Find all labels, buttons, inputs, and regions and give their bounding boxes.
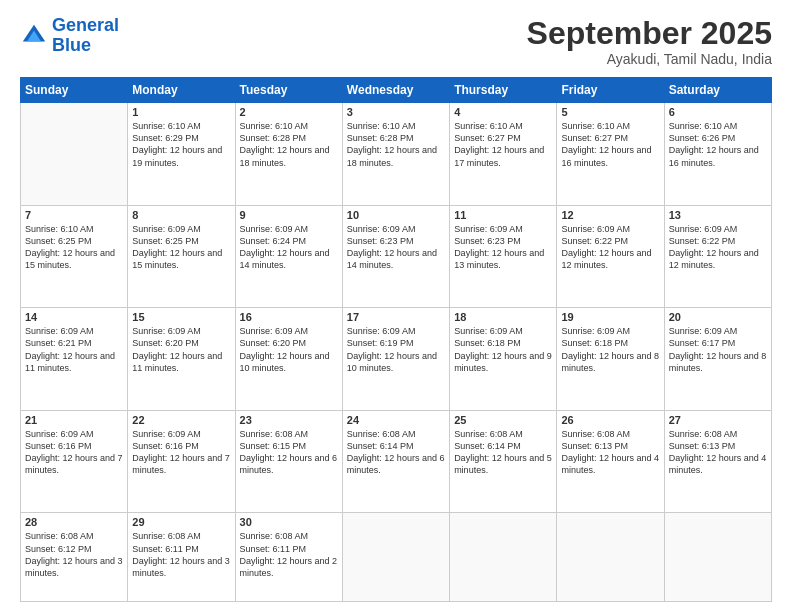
table-row: 13 Sunrise: 6:09 AMSunset: 6:22 PMDaylig… xyxy=(664,205,771,308)
table-row: 30 Sunrise: 6:08 AMSunset: 6:11 PMDaylig… xyxy=(235,513,342,602)
table-row: 28 Sunrise: 6:08 AMSunset: 6:12 PMDaylig… xyxy=(21,513,128,602)
day-number: 2 xyxy=(240,106,338,118)
table-row: 21 Sunrise: 6:09 AMSunset: 6:16 PMDaylig… xyxy=(21,410,128,513)
day-number: 8 xyxy=(132,209,230,221)
day-info: Sunrise: 6:10 AMSunset: 6:29 PMDaylight:… xyxy=(132,120,230,169)
title-block: September 2025 Ayakudi, Tamil Nadu, Indi… xyxy=(527,16,772,67)
logo-line1: General xyxy=(52,15,119,35)
day-number: 23 xyxy=(240,414,338,426)
day-info: Sunrise: 6:08 AMSunset: 6:14 PMDaylight:… xyxy=(347,428,445,477)
day-info: Sunrise: 6:09 AMSunset: 6:24 PMDaylight:… xyxy=(240,223,338,272)
table-row xyxy=(450,513,557,602)
table-row: 18 Sunrise: 6:09 AMSunset: 6:18 PMDaylig… xyxy=(450,308,557,411)
day-info: Sunrise: 6:08 AMSunset: 6:14 PMDaylight:… xyxy=(454,428,552,477)
table-row: 11 Sunrise: 6:09 AMSunset: 6:23 PMDaylig… xyxy=(450,205,557,308)
table-row: 20 Sunrise: 6:09 AMSunset: 6:17 PMDaylig… xyxy=(664,308,771,411)
table-row: 14 Sunrise: 6:09 AMSunset: 6:21 PMDaylig… xyxy=(21,308,128,411)
table-row: 1 Sunrise: 6:10 AMSunset: 6:29 PMDayligh… xyxy=(128,103,235,206)
table-row: 3 Sunrise: 6:10 AMSunset: 6:28 PMDayligh… xyxy=(342,103,449,206)
col-monday: Monday xyxy=(128,78,235,103)
day-info: Sunrise: 6:09 AMSunset: 6:22 PMDaylight:… xyxy=(561,223,659,272)
day-info: Sunrise: 6:10 AMSunset: 6:25 PMDaylight:… xyxy=(25,223,123,272)
day-info: Sunrise: 6:09 AMSunset: 6:22 PMDaylight:… xyxy=(669,223,767,272)
day-number: 19 xyxy=(561,311,659,323)
table-row: 25 Sunrise: 6:08 AMSunset: 6:14 PMDaylig… xyxy=(450,410,557,513)
day-number: 29 xyxy=(132,516,230,528)
logo: General Blue xyxy=(20,16,119,56)
calendar-header-row: Sunday Monday Tuesday Wednesday Thursday… xyxy=(21,78,772,103)
table-row xyxy=(21,103,128,206)
day-info: Sunrise: 6:09 AMSunset: 6:19 PMDaylight:… xyxy=(347,325,445,374)
logo-line2: Blue xyxy=(52,35,91,55)
day-info: Sunrise: 6:09 AMSunset: 6:20 PMDaylight:… xyxy=(240,325,338,374)
day-info: Sunrise: 6:10 AMSunset: 6:28 PMDaylight:… xyxy=(347,120,445,169)
day-info: Sunrise: 6:09 AMSunset: 6:16 PMDaylight:… xyxy=(25,428,123,477)
day-info: Sunrise: 6:09 AMSunset: 6:25 PMDaylight:… xyxy=(132,223,230,272)
day-number: 25 xyxy=(454,414,552,426)
day-number: 11 xyxy=(454,209,552,221)
day-number: 18 xyxy=(454,311,552,323)
day-number: 24 xyxy=(347,414,445,426)
day-info: Sunrise: 6:09 AMSunset: 6:20 PMDaylight:… xyxy=(132,325,230,374)
day-info: Sunrise: 6:08 AMSunset: 6:15 PMDaylight:… xyxy=(240,428,338,477)
day-number: 5 xyxy=(561,106,659,118)
day-number: 1 xyxy=(132,106,230,118)
day-info: Sunrise: 6:10 AMSunset: 6:27 PMDaylight:… xyxy=(561,120,659,169)
day-number: 9 xyxy=(240,209,338,221)
day-number: 17 xyxy=(347,311,445,323)
day-number: 10 xyxy=(347,209,445,221)
location: Ayakudi, Tamil Nadu, India xyxy=(527,51,772,67)
table-row: 23 Sunrise: 6:08 AMSunset: 6:15 PMDaylig… xyxy=(235,410,342,513)
day-info: Sunrise: 6:09 AMSunset: 6:21 PMDaylight:… xyxy=(25,325,123,374)
day-number: 12 xyxy=(561,209,659,221)
table-row xyxy=(557,513,664,602)
day-number: 7 xyxy=(25,209,123,221)
table-row: 22 Sunrise: 6:09 AMSunset: 6:16 PMDaylig… xyxy=(128,410,235,513)
col-friday: Friday xyxy=(557,78,664,103)
day-number: 13 xyxy=(669,209,767,221)
day-info: Sunrise: 6:09 AMSunset: 6:23 PMDaylight:… xyxy=(347,223,445,272)
table-row: 26 Sunrise: 6:08 AMSunset: 6:13 PMDaylig… xyxy=(557,410,664,513)
table-row xyxy=(342,513,449,602)
day-info: Sunrise: 6:09 AMSunset: 6:18 PMDaylight:… xyxy=(561,325,659,374)
day-number: 27 xyxy=(669,414,767,426)
day-number: 30 xyxy=(240,516,338,528)
day-info: Sunrise: 6:09 AMSunset: 6:23 PMDaylight:… xyxy=(454,223,552,272)
header: General Blue September 2025 Ayakudi, Tam… xyxy=(20,16,772,67)
logo-text: General Blue xyxy=(52,16,119,56)
day-number: 28 xyxy=(25,516,123,528)
table-row: 12 Sunrise: 6:09 AMSunset: 6:22 PMDaylig… xyxy=(557,205,664,308)
table-row: 29 Sunrise: 6:08 AMSunset: 6:11 PMDaylig… xyxy=(128,513,235,602)
day-number: 21 xyxy=(25,414,123,426)
table-row xyxy=(664,513,771,602)
table-row: 7 Sunrise: 6:10 AMSunset: 6:25 PMDayligh… xyxy=(21,205,128,308)
table-row: 19 Sunrise: 6:09 AMSunset: 6:18 PMDaylig… xyxy=(557,308,664,411)
day-number: 16 xyxy=(240,311,338,323)
logo-icon xyxy=(20,22,48,50)
month-title: September 2025 xyxy=(527,16,772,51)
table-row: 4 Sunrise: 6:10 AMSunset: 6:27 PMDayligh… xyxy=(450,103,557,206)
table-row: 15 Sunrise: 6:09 AMSunset: 6:20 PMDaylig… xyxy=(128,308,235,411)
table-row: 24 Sunrise: 6:08 AMSunset: 6:14 PMDaylig… xyxy=(342,410,449,513)
day-info: Sunrise: 6:10 AMSunset: 6:26 PMDaylight:… xyxy=(669,120,767,169)
table-row: 2 Sunrise: 6:10 AMSunset: 6:28 PMDayligh… xyxy=(235,103,342,206)
day-info: Sunrise: 6:08 AMSunset: 6:11 PMDaylight:… xyxy=(240,530,338,579)
day-info: Sunrise: 6:09 AMSunset: 6:16 PMDaylight:… xyxy=(132,428,230,477)
day-info: Sunrise: 6:08 AMSunset: 6:13 PMDaylight:… xyxy=(561,428,659,477)
col-saturday: Saturday xyxy=(664,78,771,103)
day-info: Sunrise: 6:08 AMSunset: 6:12 PMDaylight:… xyxy=(25,530,123,579)
day-number: 14 xyxy=(25,311,123,323)
col-wednesday: Wednesday xyxy=(342,78,449,103)
table-row: 16 Sunrise: 6:09 AMSunset: 6:20 PMDaylig… xyxy=(235,308,342,411)
page: General Blue September 2025 Ayakudi, Tam… xyxy=(0,0,792,612)
day-info: Sunrise: 6:10 AMSunset: 6:28 PMDaylight:… xyxy=(240,120,338,169)
day-number: 20 xyxy=(669,311,767,323)
day-number: 6 xyxy=(669,106,767,118)
table-row: 9 Sunrise: 6:09 AMSunset: 6:24 PMDayligh… xyxy=(235,205,342,308)
col-thursday: Thursday xyxy=(450,78,557,103)
day-number: 26 xyxy=(561,414,659,426)
table-row: 27 Sunrise: 6:08 AMSunset: 6:13 PMDaylig… xyxy=(664,410,771,513)
day-info: Sunrise: 6:09 AMSunset: 6:17 PMDaylight:… xyxy=(669,325,767,374)
table-row: 10 Sunrise: 6:09 AMSunset: 6:23 PMDaylig… xyxy=(342,205,449,308)
day-info: Sunrise: 6:08 AMSunset: 6:13 PMDaylight:… xyxy=(669,428,767,477)
